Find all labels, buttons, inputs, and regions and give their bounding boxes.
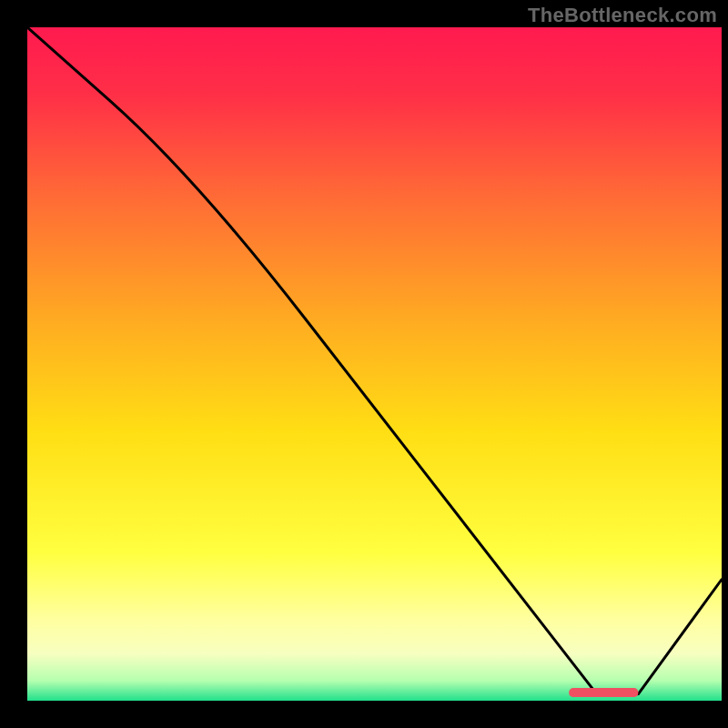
optimal-marker xyxy=(569,688,638,697)
chart-frame: TheBottleneck.com xyxy=(0,0,728,728)
plot-area xyxy=(27,27,722,701)
watermark-text: TheBottleneck.com xyxy=(528,4,717,27)
chart-svg xyxy=(27,27,722,701)
gradient-backdrop xyxy=(27,27,722,701)
